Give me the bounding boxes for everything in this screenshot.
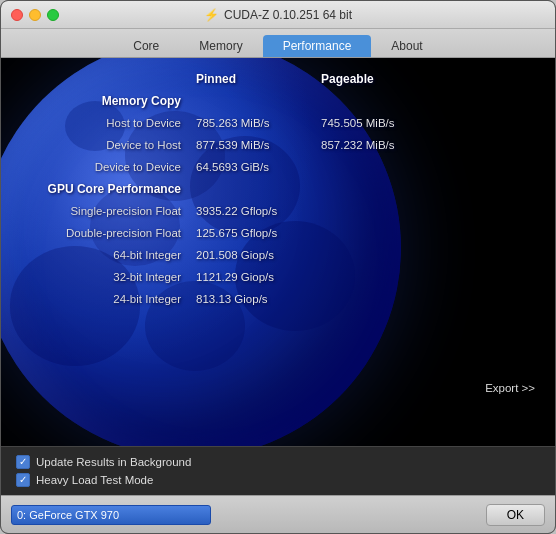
gpu-name: 0: GeForce GTX 970 [17, 509, 119, 521]
device-to-host-label: Device to Host [21, 139, 181, 151]
device-to-host-pageable: 857.232 MiB/s [321, 139, 461, 151]
memory-copy-section-label: Memory Copy [21, 94, 181, 108]
update-bg-checkbox[interactable] [16, 455, 30, 469]
pageable-col-header: Pageable [321, 72, 461, 86]
host-to-device-pageable: 745.505 MiB/s [321, 117, 461, 129]
bottom-bar: Update Results in Background Heavy Load … [1, 446, 555, 495]
gpu-core-section-label: GPU Core Performance [21, 182, 181, 196]
32bit-integer-label: 32-bit Integer [21, 271, 181, 283]
pinned-col-header: Pinned [181, 72, 321, 86]
32bit-integer-value: 1121.29 Giop/s [181, 271, 321, 283]
heavy-load-label: Heavy Load Test Mode [36, 474, 153, 486]
window-title: ⚡ CUDA-Z 0.10.251 64 bit [204, 8, 352, 22]
24bit-integer-label: 24-bit Integer [21, 293, 181, 305]
update-bg-row: Update Results in Background [16, 455, 540, 469]
64bit-integer-row: 64-bit Integer 201.508 Giop/s [21, 244, 535, 266]
single-precision-row: Single-precision Float 3935.22 Gflop/s [21, 200, 535, 222]
host-to-device-row: Host to Device 785.263 MiB/s 745.505 MiB… [21, 112, 535, 134]
24bit-integer-row: 24-bit Integer 813.13 Giop/s [21, 288, 535, 310]
memory-copy-header-row: Memory Copy [21, 90, 535, 112]
title-bar: ⚡ CUDA-Z 0.10.251 64 bit [1, 1, 555, 29]
tab-core[interactable]: Core [113, 35, 179, 57]
double-precision-row: Double-precision Float 125.675 Gflop/s [21, 222, 535, 244]
device-to-host-pinned: 877.539 MiB/s [181, 139, 321, 151]
heavy-load-row: Heavy Load Test Mode [16, 473, 540, 487]
data-overlay: Pinned Pageable Memory Copy Host to Devi… [1, 58, 555, 446]
tab-bar: Core Memory Performance About [1, 29, 555, 58]
host-to-device-label: Host to Device [21, 117, 181, 129]
double-precision-label: Double-precision Float [21, 227, 181, 239]
host-to-device-pinned: 785.263 MiB/s [181, 117, 321, 129]
double-precision-value: 125.675 Gflop/s [181, 227, 321, 239]
title-icon: ⚡ [204, 8, 219, 22]
main-window: ⚡ CUDA-Z 0.10.251 64 bit Core Memory Per… [0, 0, 556, 534]
maximize-button[interactable] [47, 9, 59, 21]
export-button[interactable]: Export >> [485, 382, 535, 394]
heavy-load-checkbox[interactable] [16, 473, 30, 487]
content-area: Pinned Pageable Memory Copy Host to Devi… [1, 58, 555, 446]
minimize-button[interactable] [29, 9, 41, 21]
64bit-integer-label: 64-bit Integer [21, 249, 181, 261]
column-headers: Pinned Pageable [21, 68, 535, 90]
tab-about[interactable]: About [371, 35, 442, 57]
update-bg-label: Update Results in Background [36, 456, 191, 468]
tab-performance[interactable]: Performance [263, 35, 372, 57]
tab-memory[interactable]: Memory [179, 35, 262, 57]
gpu-selector[interactable]: 0: GeForce GTX 970 [11, 505, 211, 525]
32bit-integer-row: 32-bit Integer 1121.29 Giop/s [21, 266, 535, 288]
footer: 0: GeForce GTX 970 OK [1, 495, 555, 533]
gpu-core-header-row: GPU Core Performance [21, 178, 535, 200]
close-button[interactable] [11, 9, 23, 21]
device-to-device-label: Device to Device [21, 161, 181, 173]
64bit-integer-value: 201.508 Giop/s [181, 249, 321, 261]
device-to-device-value: 64.5693 GiB/s [181, 161, 321, 173]
ok-button[interactable]: OK [486, 504, 545, 526]
traffic-lights [11, 9, 59, 21]
performance-table: Pinned Pageable Memory Copy Host to Devi… [21, 68, 535, 310]
24bit-integer-value: 813.13 Giop/s [181, 293, 321, 305]
single-precision-label: Single-precision Float [21, 205, 181, 217]
single-precision-value: 3935.22 Gflop/s [181, 205, 321, 217]
device-to-host-row: Device to Host 877.539 MiB/s 857.232 MiB… [21, 134, 535, 156]
device-to-device-row: Device to Device 64.5693 GiB/s [21, 156, 535, 178]
